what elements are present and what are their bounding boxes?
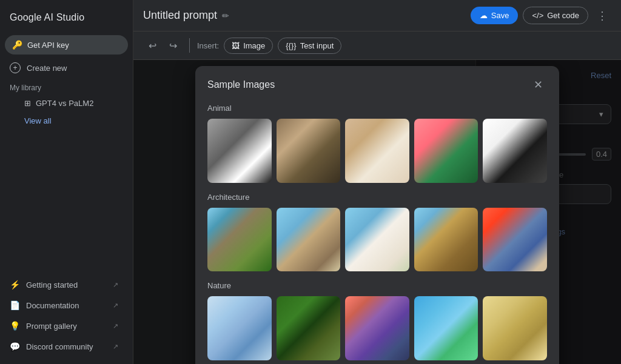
modal-title: Sample Images [207,79,275,90]
save-icon: ☁ [480,11,488,20]
modal-close-button[interactable]: ✕ [529,76,547,94]
image-thumb-flamingo[interactable] [414,119,478,183]
image-thumb-cat[interactable] [277,119,341,183]
sidebar-item-gpt4-palm2[interactable]: ⊞ GPT4 vs PaLM2 [0,94,128,112]
create-new-icon: + [10,62,21,73]
edit-title-icon[interactable]: ✏ [222,11,229,21]
redo-button[interactable]: ↪ [164,36,182,55]
braces-icon: {{}} [286,41,296,50]
api-key-label: Get API key [27,41,69,50]
image-grid-animal [207,119,547,183]
external-link-icon: ↗ [113,281,118,289]
image-thumb-sagrada-familia[interactable] [207,208,272,272]
image-thumb-taj-mahal[interactable] [345,208,409,272]
create-new-label: Create new [27,64,67,73]
modal-header: Sample Images ✕ [195,66,559,101]
image-thumb-dog[interactable] [345,119,409,183]
section-label-architecture: Architecture [207,193,547,202]
doc-icon: ⊞ [24,99,31,108]
modal-body: AnimalArchitectureNatureFlower [195,101,559,364]
insert-image-button[interactable]: 🖼 Image [224,38,273,54]
app-logo: Google AI Studio [0,7,133,33]
image-thumb-forest[interactable] [277,296,341,360]
code-icon: </> [532,11,543,20]
getting-started-label: Getting started [26,280,78,290]
save-button[interactable]: ☁ Save [471,7,519,24]
image-thumb-panda[interactable] [483,119,547,183]
image-grid-architecture [207,208,547,272]
sidebar-item-create-new[interactable]: + Create new [0,57,128,79]
get-code-button[interactable]: </> Get code [523,7,588,24]
section-label-nature: Nature [207,281,547,290]
page-title: Untitled prompt ✏ [143,9,229,22]
image-thumb-colosseum[interactable] [414,208,478,272]
content-area: Run settings Reset ⚙ Model Gemini Pro Vi… [133,60,621,364]
my-library-section: My library [0,79,133,94]
image-thumb-mountain[interactable] [345,296,409,360]
more-options-button[interactable]: ⋮ [593,5,611,26]
external-link-icon-4: ↗ [113,343,118,351]
getting-started-icon: ⚡ [10,280,20,290]
image-icon: 🖼 [232,41,240,50]
image-label: Image [243,41,265,50]
discord-icon: 💬 [10,342,20,351]
test-input-label: Test input [300,41,334,50]
sample-images-modal: Sample Images ✕ AnimalArchitectureNature… [195,66,559,364]
main-area: Untitled prompt ✏ ☁ Save </> Get code ⋮ … [133,0,621,364]
undo-button[interactable]: ↩ [143,36,161,55]
insert-label: Insert: [197,41,219,50]
sidebar: Google AI Studio 🔑 Get API key + Create … [0,0,133,364]
image-thumb-beach[interactable] [414,296,478,360]
toolbar: ↩ ↪ Insert: 🖼 Image {{}} Test input [133,31,621,60]
discord-label: Discord community [26,342,93,351]
sidebar-view-all[interactable]: View all [0,112,133,130]
documentation-label: Documentation [26,301,79,310]
image-thumb-glacier[interactable] [207,296,272,360]
sidebar-item-prompt-gallery[interactable]: 💡 Prompt gallery ↗ [0,316,128,336]
insert-test-input-button[interactable]: {{}} Test input [278,38,341,54]
image-grid-nature [207,296,547,360]
sidebar-item-api-key[interactable]: 🔑 Get API key [5,35,128,55]
image-thumb-pyramid[interactable] [277,208,341,272]
save-label: Save [491,11,509,20]
prompt-gallery-label: Prompt gallery [26,322,77,331]
toolbar-separator [189,38,190,53]
section-label-animal: Animal [207,104,547,113]
image-thumb-desert[interactable] [483,296,547,360]
sidebar-item-discord[interactable]: 💬 Discord community ↗ [0,336,128,357]
undo-redo-group: ↩ ↪ [143,36,182,55]
sidebar-item-getting-started[interactable]: ⚡ Getting started ↗ [0,274,128,295]
prompt-gallery-icon: 💡 [10,321,20,331]
external-link-icon-2: ↗ [113,302,118,309]
topbar: Untitled prompt ✏ ☁ Save </> Get code ⋮ [133,0,621,31]
image-thumb-puffin[interactable] [207,119,272,183]
modal-overlay[interactable]: Sample Images ✕ AnimalArchitectureNature… [133,60,621,364]
documentation-icon: 📄 [10,300,20,310]
image-thumb-leaning-tower-of-pisa[interactable] [483,208,547,272]
api-key-icon: 🔑 [12,40,22,50]
external-link-icon-3: ↗ [113,322,118,330]
get-code-label: Get code [547,11,579,20]
title-text: Untitled prompt [143,9,217,22]
sidebar-item-documentation[interactable]: 📄 Documentation ↗ [0,295,128,316]
library-item-label: GPT4 vs PaLM2 [36,99,93,108]
